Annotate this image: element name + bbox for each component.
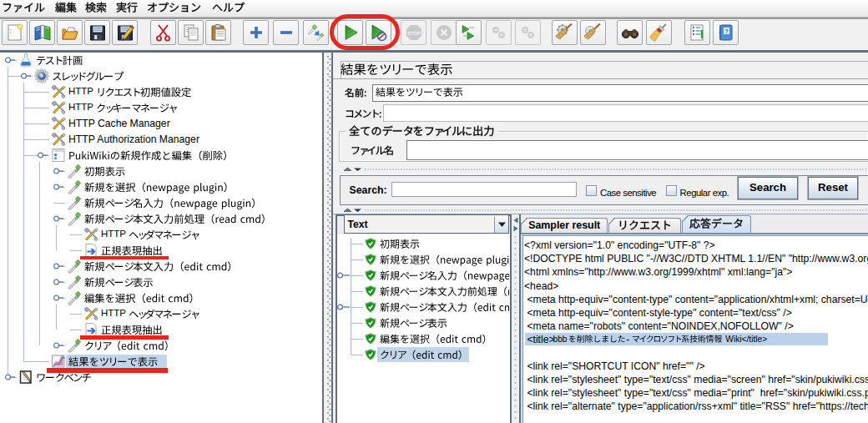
svg-text:STOP: STOP [407, 31, 421, 36]
svg-text:?: ? [724, 28, 729, 35]
